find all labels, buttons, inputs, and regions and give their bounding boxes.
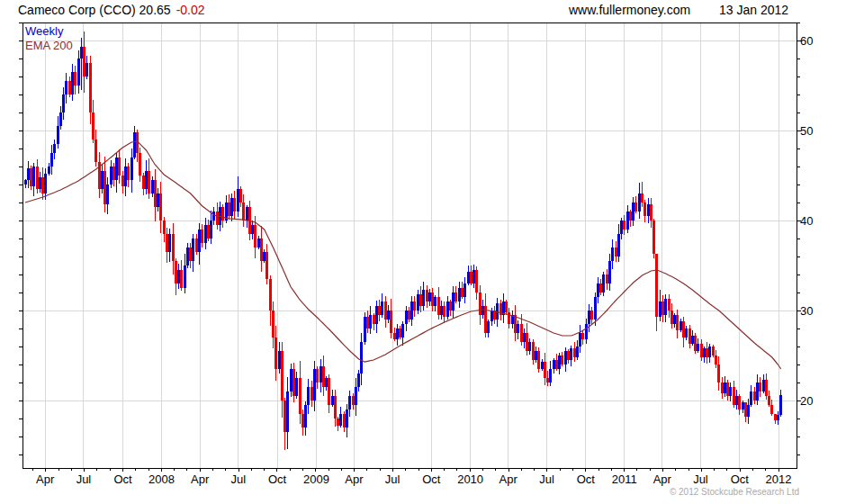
candle-body	[352, 396, 355, 405]
candle-body	[738, 396, 741, 410]
candle	[180, 260, 183, 292]
candle-body	[24, 180, 27, 184]
candle	[449, 300, 452, 316]
candle-body	[310, 387, 313, 400]
candle-body	[221, 207, 224, 220]
candle-body	[706, 348, 708, 357]
candle-body	[680, 321, 682, 330]
candle	[617, 224, 620, 262]
candle	[721, 377, 724, 399]
candle	[759, 377, 761, 397]
candle-body	[715, 356, 717, 364]
candle	[166, 228, 168, 262]
candle	[127, 163, 130, 187]
candle-body	[670, 310, 673, 324]
candle-body	[360, 342, 363, 374]
candle	[381, 293, 383, 318]
candle	[437, 287, 440, 320]
candle-body	[650, 204, 652, 220]
candle-body	[369, 315, 372, 328]
x-axis-label: 2009	[303, 472, 329, 486]
candle-body	[48, 166, 50, 174]
candle-body	[526, 333, 528, 351]
candle-body	[357, 374, 360, 387]
candle-body	[36, 166, 39, 189]
candle	[475, 266, 478, 300]
candle	[659, 290, 662, 321]
candle	[641, 182, 644, 207]
candle	[729, 382, 732, 401]
candle-body	[676, 315, 679, 330]
candle-body	[634, 202, 637, 212]
candle-body	[685, 328, 688, 338]
candle-body	[272, 310, 274, 338]
candle	[207, 220, 210, 241]
candle-body	[142, 176, 145, 189]
candle	[738, 394, 741, 415]
candle	[168, 229, 171, 262]
candle	[210, 211, 212, 244]
candle	[726, 380, 729, 400]
candle	[80, 38, 83, 90]
candle-body	[246, 207, 248, 220]
candle	[136, 130, 139, 162]
candle	[360, 333, 363, 385]
candle	[413, 296, 416, 317]
page-title: Cameco Corp (CCO) 20.65-0.02	[18, 3, 205, 17]
candle	[299, 361, 302, 424]
candle-body	[606, 274, 608, 284]
x-axis-label: Oct	[113, 472, 132, 486]
candle-body	[467, 272, 470, 284]
candle-body	[490, 310, 493, 321]
candle	[184, 254, 186, 293]
candle	[535, 346, 537, 363]
candle	[434, 295, 436, 311]
candle-body	[157, 194, 159, 207]
candle-body	[307, 387, 310, 405]
candle-body	[638, 194, 641, 212]
candle-body	[599, 284, 602, 292]
candle	[417, 290, 419, 314]
candle-body	[514, 315, 517, 333]
price-change: -0.02	[176, 3, 205, 17]
candle	[122, 171, 124, 194]
candle	[638, 183, 641, 219]
candle-body	[130, 158, 133, 180]
candle	[579, 325, 581, 353]
candle	[328, 374, 330, 413]
candle	[682, 317, 685, 347]
candle-body	[659, 302, 662, 317]
y-axis-label: 40	[800, 214, 813, 228]
candle-body	[381, 302, 383, 315]
candle-body	[269, 279, 272, 310]
candle	[139, 148, 141, 181]
candle-body	[168, 234, 171, 252]
candle-body	[44, 174, 47, 194]
candle-body	[567, 351, 570, 360]
candle-body	[230, 198, 233, 216]
x-axis-label: Oct	[577, 472, 596, 486]
candle	[523, 328, 526, 348]
candle	[230, 194, 233, 221]
candle-body	[464, 284, 466, 297]
y-axis-label: 30	[800, 304, 813, 318]
candle-body	[452, 292, 454, 310]
candle	[346, 404, 348, 436]
candle	[228, 194, 230, 219]
candle-body	[65, 81, 68, 94]
candle-body	[286, 392, 289, 432]
candle	[142, 173, 145, 196]
candle-body	[337, 418, 339, 426]
candle-body	[597, 284, 599, 297]
candle	[655, 254, 658, 331]
candle-body	[694, 336, 697, 351]
candle	[673, 313, 676, 328]
candle-body	[343, 414, 346, 428]
candle	[454, 286, 457, 303]
candle	[313, 361, 316, 411]
candle	[762, 374, 765, 393]
candle	[440, 301, 443, 320]
candle-body	[122, 176, 124, 186]
candle-body	[139, 153, 141, 176]
candle-body	[32, 166, 35, 186]
